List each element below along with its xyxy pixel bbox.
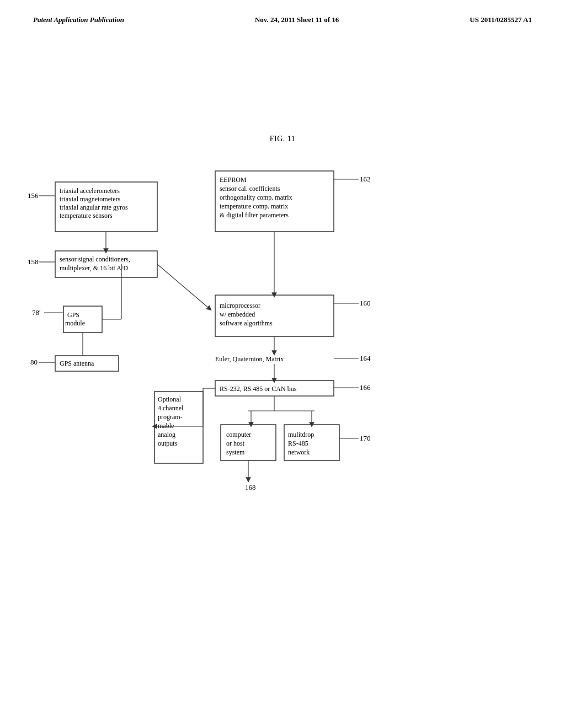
optional-text-3: program-: [158, 413, 183, 421]
ref-162: 162: [360, 175, 371, 183]
multidrop-text-2: RS-485: [288, 440, 308, 447]
computer-text-2: or host: [226, 440, 245, 447]
optional-text-1: Optional: [158, 395, 182, 403]
computer-text-3: system: [226, 448, 245, 456]
ref-156: 156: [28, 191, 39, 200]
sensors-text-3: triaxial angular rate gyros: [60, 204, 128, 211]
eeprom-text-5: & digital filter parameters: [220, 211, 289, 219]
sensors-text-4: temperature sensors: [60, 212, 113, 220]
ref-158: 158: [28, 258, 39, 266]
ref-166: 166: [360, 383, 371, 392]
ref-170: 170: [360, 434, 371, 442]
eeprom-text-4: temperature comp. matrix: [220, 202, 288, 210]
computer-text-1: computer: [226, 431, 251, 438]
publication-label: Patent Application Publication: [33, 15, 124, 24]
euler-text: Euler, Quaternion, Matrix: [215, 355, 284, 363]
sensors-text-1: triaxial accelerometers: [60, 187, 120, 195]
multidrop-text-3: network: [288, 448, 310, 456]
signal-cond-text-1: sensor signal conditioners,: [60, 255, 130, 263]
optional-text-6: outputs: [158, 440, 178, 447]
micro-text-1: microprocessor: [220, 302, 260, 309]
optional-text-4: mable: [158, 422, 174, 430]
patent-diagram: .box-text { font-family: 'Times New Roma…: [0, 160, 565, 546]
gps-antenna-text: GPS antenna: [60, 360, 94, 367]
diagram-area: .box-text { font-family: 'Times New Roma…: [0, 160, 565, 546]
gps-module-text-2: module: [65, 319, 85, 327]
figure-title: FIG. 11: [0, 135, 565, 143]
micro-text-3: software algorithms: [220, 319, 273, 327]
rs232-text: RS-232, RS 485 or CAN bus: [220, 385, 297, 393]
ref-78: 78': [32, 308, 40, 317]
page-header: Patent Application Publication Nov. 24, …: [0, 0, 565, 24]
sensors-text-2: triaxial magnetometers: [60, 195, 121, 203]
sheet-label: Nov. 24, 2011 Sheet 11 of 16: [255, 15, 339, 24]
patent-number: US 2011/0285527 A1: [470, 15, 532, 24]
eeprom-text-3: orthogonality comp. matrix: [220, 194, 292, 201]
optional-text-2: 4 channel: [158, 404, 184, 412]
arrow-cond-to-micro: [157, 264, 210, 309]
ref-168: 168: [245, 483, 256, 491]
ref-164: 164: [360, 354, 371, 362]
signal-cond-text-2: multiplexer, & 16 bit A/D: [60, 264, 128, 272]
gps-module-text-1: GPS: [67, 311, 79, 319]
optional-text-5: analog: [158, 431, 175, 438]
ref-80: 80: [30, 358, 38, 366]
ref-160: 160: [360, 299, 371, 307]
eeprom-text-1: EEPROM: [220, 176, 247, 184]
multidrop-text-1: mulitdrop: [288, 431, 314, 438]
micro-text-2: w/ embedded: [220, 311, 255, 318]
eeprom-text-2: sensor cal. coefficients: [220, 185, 280, 192]
